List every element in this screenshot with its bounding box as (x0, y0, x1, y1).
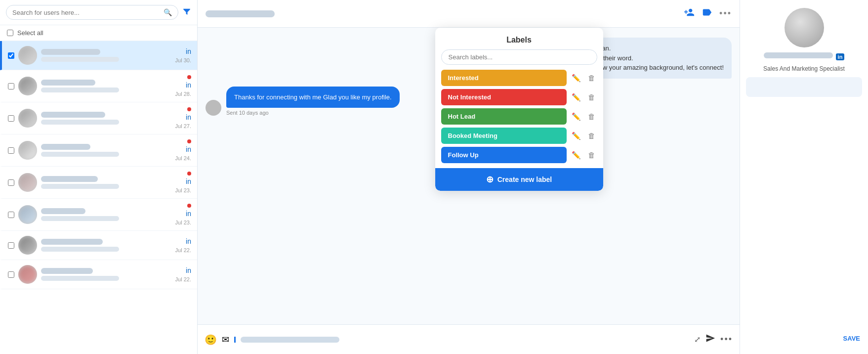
expand-button[interactable]: ⤢ (694, 335, 701, 344)
list-item[interactable]: in Jul 22. (0, 260, 197, 289)
edit-label-button[interactable]: ✏️ (570, 91, 583, 104)
filter-button[interactable] (182, 7, 191, 18)
label-item-follow-up: Follow Up ✏️ 🗑 (441, 147, 597, 163)
search-icon[interactable]: 🔍 (164, 8, 172, 16)
label-item-interested: Interested ✏️ 🗑 (441, 70, 597, 86)
contact-checkbox[interactable] (8, 83, 14, 89)
email-icon-button[interactable]: ✉ (222, 334, 229, 345)
label-item-not-interested: Not Interested ✏️ 🗑 (441, 89, 597, 105)
select-all-label: Select all (17, 29, 43, 37)
search-input[interactable] (12, 9, 164, 16)
more-options-button[interactable]: ••• (719, 8, 732, 19)
linkedin-icon: in (186, 81, 191, 89)
search-box[interactable]: 🔍 (6, 5, 178, 20)
avatar (18, 77, 37, 95)
interested-badge[interactable]: Interested (441, 70, 567, 86)
profile-section (746, 77, 862, 97)
delete-label-button[interactable]: 🗑 (586, 149, 597, 161)
contact-info (41, 268, 171, 281)
profile-title: Sales And Marketing Specialist (763, 65, 845, 72)
avatar (18, 109, 37, 128)
linkedin-icon: in (186, 237, 191, 245)
list-item[interactable]: in Jul 23. (0, 199, 197, 231)
labels-overlay: Labels Interested ✏️ 🗑 Not Interested ✏️ (435, 28, 603, 191)
linkedin-icon: in (186, 266, 191, 274)
create-label-button[interactable]: ⊕ Create new label (435, 168, 603, 191)
list-item[interactable]: in Jul 28. (0, 70, 197, 102)
profile-linkedin-row: in (764, 52, 845, 61)
avatar (18, 46, 37, 65)
chat-header-actions: ••• (684, 7, 732, 20)
delete-label-button[interactable]: 🗑 (586, 130, 597, 142)
label-item-hot-lead: Hot Lead ✏️ 🗑 (441, 108, 597, 125)
edit-label-button[interactable]: ✏️ (570, 72, 583, 85)
avatar (18, 173, 37, 192)
linkedin-icon: in (186, 177, 191, 185)
avatar (18, 141, 37, 160)
labels-list: Interested ✏️ 🗑 Not Interested ✏️ 🗑 (435, 70, 603, 168)
avatar (18, 205, 37, 224)
edit-label-button[interactable]: ✏️ (570, 130, 583, 142)
not-interested-badge[interactable]: Not Interested (441, 89, 567, 105)
message-input-area[interactable] (234, 337, 689, 343)
delete-label-button[interactable]: 🗑 (586, 110, 597, 123)
list-item[interactable]: in Jul 24. (0, 134, 197, 167)
contact-checkbox[interactable] (8, 147, 14, 154)
labels-popup: Labels Interested ✏️ 🗑 Not Interested ✏️ (435, 28, 603, 191)
follow-up-badge[interactable]: Follow Up (441, 147, 567, 163)
create-label-plus-icon: ⊕ (486, 174, 494, 185)
list-item[interactable]: in Jul 30. (0, 41, 197, 70)
contact-info (41, 208, 171, 221)
save-button[interactable]: SAVE (841, 331, 862, 346)
labels-title: Labels (435, 28, 603, 49)
send-button[interactable] (705, 333, 715, 346)
profile-name-blur (764, 52, 833, 58)
contact-sidebar: 🔍 Select all in Jul 30. (0, 0, 198, 354)
select-all-checkbox[interactable] (7, 30, 13, 36)
unread-indicator (187, 204, 191, 208)
delete-label-button[interactable]: 🗑 (586, 91, 597, 103)
contact-info (41, 80, 171, 92)
contact-date: in Jul 28. (175, 75, 191, 97)
edit-label-button[interactable]: ✏️ (570, 110, 583, 123)
contact-date: in Jul 22. (175, 266, 191, 282)
contact-date: in Jul 24. (175, 139, 191, 161)
delete-label-button[interactable]: 🗑 (586, 72, 597, 84)
right-panel: in Sales And Marketing Specialist SAVE (740, 0, 868, 354)
contact-checkbox[interactable] (8, 52, 14, 59)
label-item-booked-meeting: Booked Meeting ✏️ 🗑 (441, 128, 597, 144)
select-all-row: Select all (0, 25, 197, 41)
contact-checkbox[interactable] (8, 212, 14, 218)
footer-more-button[interactable]: ••• (720, 334, 733, 345)
labels-search-input[interactable] (441, 49, 597, 65)
contact-date: in Jul 23. (175, 204, 191, 225)
contact-date: in Jul 30. (175, 47, 191, 63)
sidebar-header: 🔍 (0, 0, 197, 25)
contact-checkbox[interactable] (8, 271, 14, 278)
profile-linkedin-badge: in (836, 53, 845, 60)
profile-avatar (785, 8, 824, 47)
hot-lead-badge[interactable]: Hot Lead (441, 108, 567, 125)
contact-checkbox[interactable] (8, 242, 14, 249)
linkedin-icon: in (186, 210, 191, 218)
list-item[interactable]: in Jul 22. (0, 231, 197, 260)
contact-checkbox[interactable] (8, 115, 14, 122)
list-item[interactable]: in Jul 27. (0, 102, 197, 134)
unread-indicator (187, 75, 191, 79)
add-user-button[interactable] (684, 7, 695, 20)
linkedin-icon: in (186, 47, 191, 55)
contact-info (41, 112, 171, 125)
unread-indicator (187, 172, 191, 176)
main-chat: ••• Always trust a glue salesman. Why? T… (198, 0, 740, 354)
contact-checkbox[interactable] (8, 179, 14, 186)
edit-label-button[interactable]: ✏️ (570, 149, 583, 162)
sent-message: Thanks for connecting with me Glad you l… (226, 87, 400, 108)
booked-meeting-badge[interactable]: Booked Meeting (441, 128, 567, 144)
chat-footer: 🙂 ✉ ⤢ ••• (198, 324, 740, 354)
contact-date: in Jul 23. (175, 172, 191, 193)
chat-header: ••• (198, 0, 740, 28)
emoji-button[interactable]: 🙂 (205, 334, 217, 346)
chat-contact-name (206, 10, 275, 17)
labels-button[interactable] (702, 7, 712, 20)
list-item[interactable]: in Jul 23. (0, 167, 197, 199)
